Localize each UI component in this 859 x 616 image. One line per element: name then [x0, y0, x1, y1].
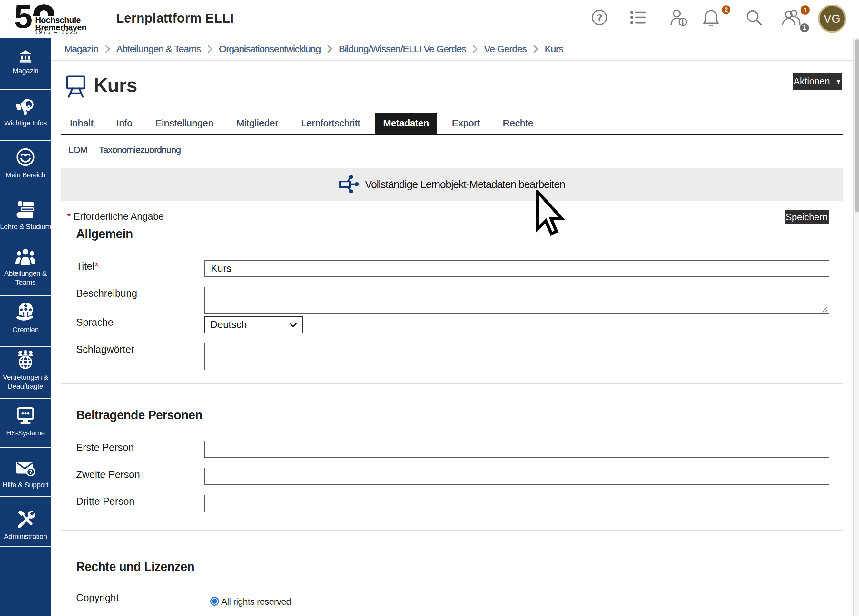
svg-text:5: 5 — [14, 3, 33, 35]
svg-text:1975 – 2025: 1975 – 2025 — [35, 29, 78, 35]
svg-text:?: ? — [597, 12, 602, 23]
svg-text:?: ? — [29, 469, 33, 475]
